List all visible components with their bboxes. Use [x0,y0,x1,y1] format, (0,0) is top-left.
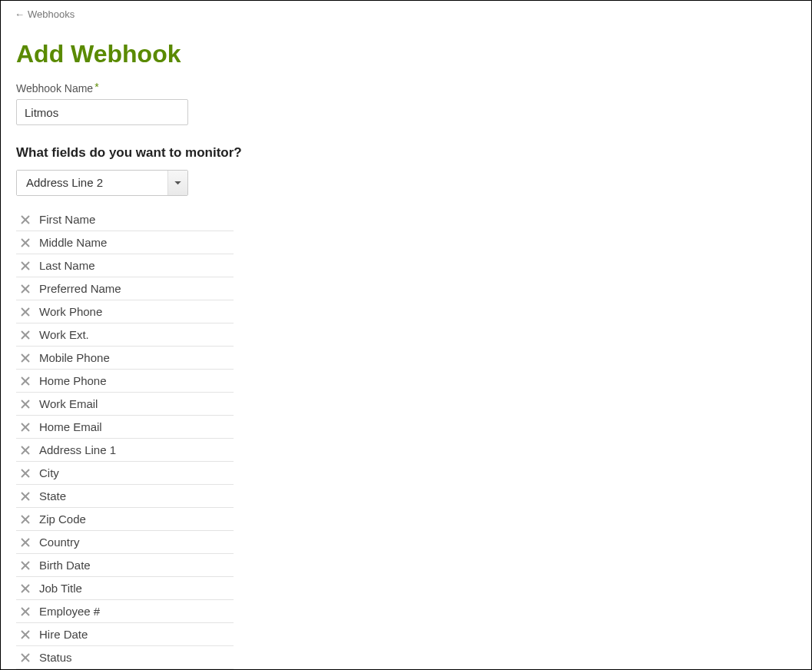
remove-icon[interactable] [16,515,35,524]
breadcrumb[interactable]: ← Webhooks [1,1,811,25]
list-item: Middle Name [16,231,234,254]
field-name-label: Job Title [35,582,82,595]
remove-icon[interactable] [16,630,35,639]
list-item: First Name [16,208,234,231]
list-item: Employee # [16,600,234,623]
remove-icon[interactable] [16,238,35,247]
field-name-label: Preferred Name [35,282,121,295]
remove-icon[interactable] [16,215,35,224]
list-item: Home Email [16,416,234,439]
list-item: State [16,485,234,508]
list-item: Hire Date [16,623,234,646]
field-name-label: Work Email [35,397,98,410]
field-name-label: Status [35,651,72,664]
remove-icon[interactable] [16,400,35,409]
remove-icon[interactable] [16,607,35,616]
field-name-label: Home Email [35,420,102,433]
field-name-label: Hire Date [35,628,88,641]
list-item: Last Name [16,254,234,277]
webhook-name-label-text: Webhook Name [16,82,93,95]
field-name-label: Home Phone [35,374,107,387]
field-name-label: Employee # [35,605,100,618]
field-select-value: Address Line 2 [17,171,167,195]
field-name-label: State [35,489,66,502]
field-name-label: First Name [35,213,95,226]
list-item: City [16,462,234,485]
remove-icon[interactable] [16,423,35,432]
list-item: Address Line 1 [16,439,234,462]
list-item: Work Phone [16,300,234,323]
remove-icon[interactable] [16,653,35,662]
field-name-label: Mobile Phone [35,351,110,364]
field-name-label: Work Ext. [35,328,89,341]
remove-icon[interactable] [16,376,35,386]
list-item: Preferred Name [16,277,234,300]
webhook-name-input[interactable] [16,99,188,125]
list-item: Work Ext. [16,323,234,347]
field-name-label: Address Line 1 [35,443,116,456]
field-name-label: Zip Code [35,512,86,526]
required-marker: * [94,81,98,93]
field-select[interactable]: Address Line 2 [16,170,188,196]
list-item: Work Email [16,393,234,416]
field-name-label: Middle Name [35,236,107,249]
list-item: Country [16,531,234,554]
breadcrumb-link[interactable]: Webhooks [28,8,75,20]
remove-icon[interactable] [16,469,35,478]
remove-icon[interactable] [16,538,35,547]
list-item: Job Title [16,577,234,600]
list-item: Mobile Phone [16,347,234,370]
remove-icon[interactable] [16,261,35,270]
field-name-label: Last Name [35,259,95,272]
remove-icon[interactable] [16,561,35,570]
field-name-label: Birth Date [35,559,91,572]
remove-icon[interactable] [16,284,35,294]
remove-icon[interactable] [16,330,35,340]
list-item: Status [16,646,234,669]
list-item: Home Phone [16,370,234,393]
page-title: Add Webhook [16,40,796,68]
remove-icon[interactable] [16,492,35,501]
remove-icon[interactable] [16,584,35,593]
remove-icon[interactable] [16,353,35,363]
chevron-down-icon [167,171,187,195]
remove-icon[interactable] [16,307,35,317]
selected-fields-list: First NameMiddle NameLast NamePreferred … [16,208,234,669]
list-item: Birth Date [16,554,234,577]
remove-icon[interactable] [16,446,35,455]
field-name-label: Country [35,536,80,549]
field-name-label: Work Phone [35,305,102,318]
monitor-fields-heading: What fields do you want to monitor? [16,145,796,161]
webhook-name-label: Webhook Name* [16,82,796,95]
list-item: Zip Code [16,508,234,531]
field-name-label: City [35,466,59,479]
back-arrow-icon: ← [15,9,25,19]
